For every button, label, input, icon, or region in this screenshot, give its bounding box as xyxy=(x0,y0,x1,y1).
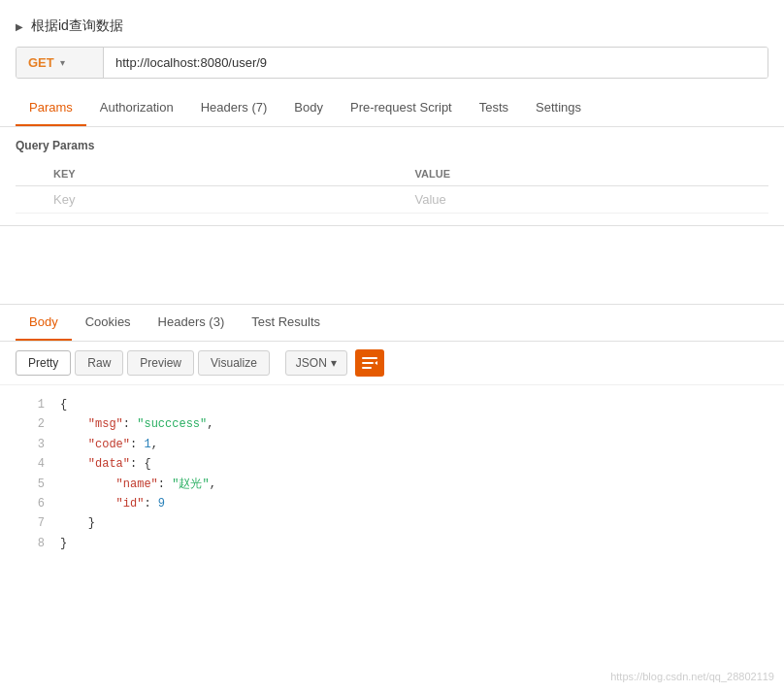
json-dropdown-arrow: ▾ xyxy=(331,356,337,370)
response-tab-body[interactable]: Body xyxy=(16,305,72,341)
http-method: GET xyxy=(28,55,54,70)
tab-tests[interactable]: Tests xyxy=(466,90,522,126)
code-line-2: 2 "msg": "succcess", xyxy=(16,414,768,434)
tab-settings[interactable]: Settings xyxy=(522,90,595,126)
line-num-5: 5 xyxy=(16,475,45,494)
format-preview-btn[interactable]: Preview xyxy=(127,350,194,376)
code-content-8: } xyxy=(60,534,768,553)
format-raw-btn[interactable]: Raw xyxy=(75,350,123,376)
key-cell[interactable]: Key xyxy=(46,186,407,214)
checkbox-col-header xyxy=(16,162,46,186)
tab-body[interactable]: Body xyxy=(280,90,337,126)
code-area: 1 { 2 "msg": "succcess", 3 "code": 1, 4 … xyxy=(0,385,784,563)
table-row: Key Value xyxy=(16,186,768,214)
code-line-5: 5 "name": "赵光", xyxy=(16,475,768,494)
code-line-8: 8 } xyxy=(16,534,768,553)
code-line-3: 3 "code": 1, xyxy=(16,435,768,454)
tab-headers[interactable]: Headers (7) xyxy=(187,90,281,126)
code-line-1: 1 { xyxy=(16,395,768,414)
svg-rect-2 xyxy=(362,367,372,369)
key-col-header: KEY xyxy=(46,162,407,186)
line-num-4: 4 xyxy=(16,454,45,474)
code-content-6: "id": 9 xyxy=(60,494,768,513)
line-num-6: 6 xyxy=(16,494,45,513)
params-table: KEY VALUE Key Value xyxy=(16,162,768,214)
wrap-icon xyxy=(362,356,377,370)
code-content-1: { xyxy=(60,395,768,414)
code-content-5: "name": "赵光", xyxy=(60,475,768,494)
svg-rect-1 xyxy=(362,362,374,364)
tab-params[interactable]: Params xyxy=(16,90,86,126)
line-num-8: 8 xyxy=(16,534,45,553)
code-content-2: "msg": "succcess", xyxy=(60,414,768,434)
value-col-header: VALUE xyxy=(408,162,768,186)
response-tabs: Body Cookies Headers (3) Test Results xyxy=(0,305,784,342)
response-tab-headers[interactable]: Headers (3) xyxy=(145,305,239,341)
line-num-7: 7 xyxy=(16,513,45,533)
json-format-select[interactable]: JSON ▾ xyxy=(285,350,347,376)
response-toolbar: Pretty Raw Preview Visualize JSON ▾ xyxy=(0,342,784,385)
empty-space xyxy=(0,226,784,304)
section-title[interactable]: ▶ 根据id查询数据 xyxy=(0,10,784,47)
request-tabs: Params Authorization Headers (7) Body Pr… xyxy=(0,90,784,127)
code-line-6: 6 "id": 9 xyxy=(16,494,768,513)
line-num-2: 2 xyxy=(16,414,45,434)
line-num-3: 3 xyxy=(16,435,45,454)
code-line-7: 7 } xyxy=(16,513,768,533)
section-arrow: ▶ xyxy=(16,21,23,32)
wrap-button[interactable] xyxy=(355,349,384,377)
url-bar: GET ▾ xyxy=(16,47,768,79)
query-params-title: Query Params xyxy=(16,139,768,152)
query-params-section: Query Params KEY VALUE Key Value xyxy=(0,127,784,225)
svg-rect-0 xyxy=(362,357,377,359)
tab-prerequest[interactable]: Pre-request Script xyxy=(337,90,466,126)
tab-authorization[interactable]: Authorization xyxy=(86,90,187,126)
url-input[interactable] xyxy=(104,48,768,78)
method-select[interactable]: GET ▾ xyxy=(16,48,104,78)
response-tab-testresults[interactable]: Test Results xyxy=(238,305,334,341)
section-title-text: 根据id查询数据 xyxy=(31,17,123,35)
response-tab-cookies[interactable]: Cookies xyxy=(72,305,145,341)
method-dropdown-arrow: ▾ xyxy=(60,57,65,68)
format-pretty-btn[interactable]: Pretty xyxy=(16,350,71,376)
line-num-1: 1 xyxy=(16,395,45,414)
code-content-4: "data": { xyxy=(60,454,768,474)
value-cell[interactable]: Value xyxy=(408,186,768,214)
code-content-3: "code": 1, xyxy=(60,435,768,454)
response-section: Body Cookies Headers (3) Test Results Pr… xyxy=(0,305,784,563)
code-line-4: 4 "data": { xyxy=(16,454,768,474)
format-visualize-btn[interactable]: Visualize xyxy=(198,350,270,376)
row-checkbox xyxy=(16,186,46,214)
code-content-7: } xyxy=(60,513,768,533)
